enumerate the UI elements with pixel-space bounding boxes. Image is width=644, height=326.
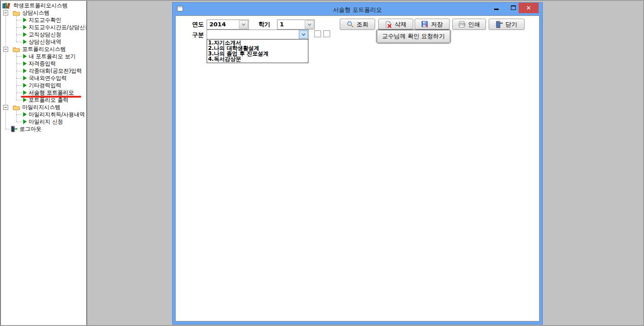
- tree-arrow-icon: [23, 112, 27, 117]
- print-button[interactable]: 인쇄: [452, 19, 486, 30]
- tree-arrow-icon: [23, 83, 27, 88]
- tree-arrow-icon: [23, 69, 27, 73]
- sidebar-root-label: 학생포트폴리오시스템: [13, 2, 68, 10]
- print-icon: [458, 21, 466, 28]
- selection-annotation-underline: [21, 96, 81, 98]
- sidebar-item-advisor-timetable[interactable]: 지도교수시간표/상담신청: [1, 24, 86, 31]
- sidebar-item-advisor-confirm[interactable]: 지도교수확인: [1, 16, 86, 24]
- tree-arrow-icon: [23, 40, 27, 44]
- logout-door-icon: [11, 126, 18, 132]
- folder-icon: [13, 10, 20, 16]
- tree-arrow-icon: [23, 54, 27, 59]
- window-titlebar[interactable]: 서술형 포트폴리오 ✕: [173, 3, 542, 15]
- chevron-down-icon[interactable]: [239, 20, 248, 29]
- sidebar-item-logout[interactable]: 로그아웃: [1, 125, 86, 133]
- window-close-button[interactable]: 닫기: [489, 19, 525, 30]
- tree-arrow-icon: [23, 61, 27, 66]
- sidebar-item-narrative-portfolio[interactable]: 서술형 포트폴리오: [1, 89, 86, 96]
- collapse-icon[interactable]: [3, 10, 8, 15]
- sidebar-tree: 학생포트폴리오시스템 상담시스템 지도교수확인 지도교수시간표/상담신청 교직상…: [1, 1, 87, 325]
- portfolio-window: 서술형 포트폴리오 ✕ 연도 2014 학기 1 구분: [173, 3, 542, 324]
- checkbox-2[interactable]: [323, 30, 330, 37]
- maximize-button[interactable]: [511, 5, 516, 10]
- category-select[interactable]: [207, 30, 309, 40]
- category-dropdown-list[interactable]: 1.자기소개서 2.나의 대학생활설계 3.나의 졸업 후 진로설계 4.독서감…: [207, 39, 308, 63]
- tree-arrow-icon: [23, 90, 27, 95]
- save-icon: [421, 21, 428, 28]
- sidebar-folder-counseling[interactable]: 상담시스템: [1, 9, 86, 16]
- sidebar-item-etc-career-input[interactable]: 기타경력입력: [1, 82, 86, 89]
- sidebar-item-counsel-history[interactable]: 상담신청내역: [1, 38, 86, 45]
- sidebar-item-mileage-history[interactable]: 마일리지취득/사용내역: [1, 111, 86, 118]
- navigation-tree: 학생포트폴리오시스템 상담시스템 지도교수확인 지도교수시간표/상담신청 교직상…: [1, 1, 86, 325]
- sidebar-item-license-input[interactable]: 자격증입력: [1, 60, 86, 67]
- tree-arrow-icon: [23, 76, 27, 80]
- chevron-down-icon[interactable]: [299, 30, 308, 39]
- category-label: 구분: [192, 31, 204, 39]
- delete-button[interactable]: 삭제: [378, 19, 413, 30]
- sidebar-root[interactable]: 학생포트폴리오시스템: [1, 2, 86, 9]
- search-icon: [347, 21, 354, 28]
- sidebar-item-teaching-counsel[interactable]: 교직상담신청: [1, 31, 86, 38]
- sidebar-item-contest-input[interactable]: 각종대회(공모전)입력: [1, 67, 86, 74]
- sidebar-item-mileage-apply[interactable]: 마일리지 신청: [1, 118, 86, 125]
- window-title: 서술형 포트폴리오: [173, 6, 542, 14]
- sidebar-folder-mileage[interactable]: 마일리지시스템: [1, 104, 86, 111]
- collapse-icon[interactable]: [3, 47, 8, 52]
- chevron-down-icon[interactable]: [305, 20, 314, 29]
- checkbox-1[interactable]: [314, 30, 321, 37]
- books-icon: [2, 2, 11, 9]
- year-label: 연도: [192, 20, 204, 29]
- desktop: 학생포트폴리오시스템 상담시스템 지도교수확인 지도교수시간표/상담신청 교직상…: [0, 0, 644, 326]
- tree-arrow-icon: [23, 98, 27, 102]
- semester-label: 학기: [258, 20, 270, 29]
- sidebar-folder-portfolio[interactable]: 포트폴리오시스템: [1, 45, 86, 53]
- sidebar-item-training-input[interactable]: 국내외연수입력: [1, 74, 86, 82]
- folder-icon: [13, 104, 20, 110]
- tree-arrow-icon: [23, 18, 27, 22]
- delete-icon: [385, 21, 392, 28]
- year-select[interactable]: 2014: [207, 20, 249, 30]
- close-button[interactable]: ✕: [519, 3, 539, 13]
- semester-select[interactable]: 1: [277, 20, 315, 30]
- request-professor-confirm-button[interactable]: 교수님께 확인 요청하기: [377, 30, 450, 43]
- search-button[interactable]: 조회: [340, 19, 375, 30]
- tree-arrow-icon: [23, 119, 27, 124]
- minimize-button[interactable]: [494, 9, 499, 10]
- window-content: 연도 2014 학기 1 구분: [175, 15, 540, 321]
- save-button[interactable]: 저장: [415, 19, 450, 30]
- collapse-icon[interactable]: [3, 105, 8, 110]
- dropdown-option[interactable]: 4.독서감상문: [208, 56, 308, 62]
- sidebar-item-my-portfolio-view[interactable]: 내 포트폴리오 보기: [1, 53, 86, 60]
- folder-icon: [13, 46, 20, 52]
- tree-arrow-icon: [23, 32, 27, 37]
- exit-door-icon: [496, 21, 503, 28]
- tree-arrow-icon: [23, 25, 27, 30]
